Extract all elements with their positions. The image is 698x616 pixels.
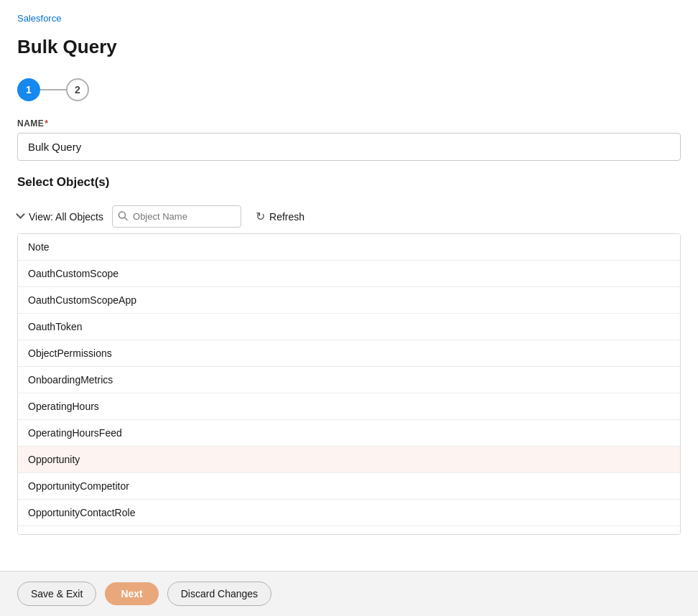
list-item[interactable]: OauthCustomScopeApp: [18, 287, 680, 314]
refresh-icon: ↻: [256, 210, 265, 223]
objects-list-scroll[interactable]: NoteOauthCustomScopeOauthCustomScopeAppO…: [18, 234, 680, 534]
list-item[interactable]: OauthToken: [18, 314, 680, 340]
name-input[interactable]: [17, 133, 681, 161]
select-objects-title: Select Object(s): [17, 175, 681, 190]
list-item[interactable]: OperatingHours: [18, 393, 680, 420]
refresh-label: Refresh: [269, 211, 304, 223]
list-toolbar: View: All Objects ↻ Refresh: [17, 200, 681, 233]
refresh-button[interactable]: ↻ Refresh: [250, 205, 310, 228]
page-header: Bulk Query: [0, 30, 698, 70]
list-item[interactable]: OperatingHoursFeed: [18, 420, 680, 447]
view-label: View: All Objects: [29, 211, 103, 223]
step-2[interactable]: 2: [66, 78, 89, 101]
footer-actions: Save & Exit Next Discard Changes: [0, 571, 698, 616]
view-selector[interactable]: View: All Objects: [17, 211, 103, 223]
required-indicator: *: [45, 118, 48, 129]
list-item[interactable]: OpportunityContactRole: [18, 500, 680, 526]
name-label: NAME*: [17, 118, 681, 129]
select-objects-section: Select Object(s) View: All Objects ↻ Ref…: [0, 175, 698, 535]
list-item[interactable]: OnboardingMetrics: [18, 367, 680, 393]
search-input[interactable]: [112, 205, 241, 228]
chevron-down-icon: [17, 213, 24, 220]
step-connector: [40, 89, 66, 90]
breadcrumb-link[interactable]: Salesforce: [17, 13, 61, 24]
breadcrumb: Salesforce: [0, 0, 698, 30]
list-item[interactable]: OpportunityCompetitor: [18, 473, 680, 500]
objects-list-container: NoteOauthCustomScopeOauthCustomScopeAppO…: [17, 233, 681, 535]
list-item[interactable]: OauthCustomScope: [18, 261, 680, 287]
step-1[interactable]: 1: [17, 78, 40, 101]
discard-changes-button[interactable]: Discard Changes: [167, 582, 271, 606]
search-container: [112, 205, 241, 228]
list-item[interactable]: Opportunity: [18, 447, 680, 473]
save-exit-button[interactable]: Save & Exit: [17, 582, 96, 606]
stepper: 1 2: [0, 70, 698, 118]
list-item[interactable]: ObjectPermissions: [18, 340, 680, 367]
list-item[interactable]: Note: [18, 234, 680, 261]
page-title: Bulk Query: [17, 36, 681, 58]
next-button[interactable]: Next: [105, 582, 158, 605]
name-form-section: NAME*: [0, 118, 698, 175]
list-item[interactable]: OpportunityFeed: [18, 526, 680, 534]
